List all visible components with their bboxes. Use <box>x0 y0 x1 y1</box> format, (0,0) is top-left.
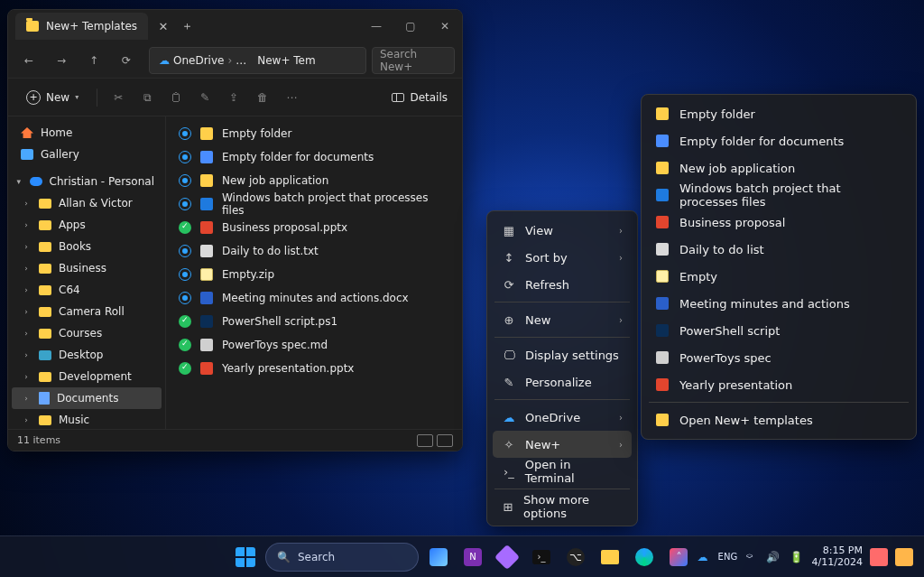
close-button[interactable]: ✕ <box>428 10 462 42</box>
submenu-item[interactable]: Yearly presentation <box>647 371 910 398</box>
language-indicator[interactable]: ENG <box>718 552 735 562</box>
menu-display-settings[interactable]: 🖵 Display settings <box>493 341 632 368</box>
search-input[interactable]: Search New+ <box>372 47 455 74</box>
submenu-item[interactable]: New job application <box>647 154 910 181</box>
menu-new[interactable]: ⊕ New › <box>493 306 632 333</box>
file-row[interactable]: Empty.zip <box>171 263 457 286</box>
sidebar-item[interactable]: ›Camera Roll <box>12 301 162 322</box>
app-github[interactable]: ⌥ <box>561 543 590 572</box>
tray-overflow-button[interactable]: ˄ <box>671 551 688 563</box>
file-name: Meeting minutes and actions.docx <box>222 292 409 304</box>
rename-button[interactable]: ✎ <box>193 86 217 109</box>
view-icons-toggle[interactable] <box>437 434 453 447</box>
menu-newplus[interactable]: ✧ New+ › <box>493 431 632 458</box>
maximize-button[interactable]: ▢ <box>393 10 428 42</box>
sidebar-item[interactable]: ›C64 <box>12 279 162 301</box>
file-row[interactable]: PowerShell script.ps1 <box>171 310 457 333</box>
sidebar-item-label: Apps <box>59 219 86 231</box>
submenu-item[interactable]: Meeting minutes and actions <box>647 290 910 317</box>
menu-onedrive[interactable]: ☁ OneDrive › <box>493 404 632 431</box>
minimize-button[interactable]: — <box>359 10 393 42</box>
new-tab-button[interactable]: ＋ <box>175 18 199 34</box>
sidebar-account[interactable]: ▾ Christian - Personal <box>12 171 162 192</box>
volume-icon[interactable]: 🔊 <box>765 551 781 563</box>
copy-button[interactable]: ⧉ <box>135 86 159 109</box>
file-pane[interactable]: Empty folderEmpty folder for documentsNe… <box>166 116 462 451</box>
submenu-item[interactable]: Empty <box>647 263 910 290</box>
tray-app-icon[interactable] <box>895 548 913 566</box>
taskbar-clock[interactable]: 8:15 PM 4/11/2024 <box>812 545 863 568</box>
back-button[interactable]: ← <box>15 47 42 74</box>
menu-terminal[interactable]: ›_ Open in Terminal <box>493 458 632 485</box>
file-row[interactable]: Business proposal.pptx <box>171 216 457 239</box>
submenu-item[interactable]: Empty folder <box>647 100 910 127</box>
sidebar-gallery[interactable]: Gallery <box>12 144 162 165</box>
submenu-item[interactable]: Empty folder for documents <box>647 127 910 154</box>
battery-icon[interactable]: 🔋 <box>789 551 805 563</box>
file-row[interactable]: Yearly presentation.pptx <box>171 357 457 380</box>
window-tab[interactable]: New+ Templates <box>15 13 148 40</box>
submenu-item[interactable]: PowerShell script <box>647 317 910 344</box>
submenu-open-templates[interactable]: Open New+ templates <box>647 406 910 433</box>
sidebar-item[interactable]: ›Courses <box>12 322 162 344</box>
file-row[interactable]: Empty folder <box>171 122 457 145</box>
file-row[interactable]: Daily to do list.txt <box>171 239 457 263</box>
app-terminal[interactable]: ›_ <box>527 543 556 572</box>
more-button[interactable]: ⋯ <box>280 86 303 109</box>
delete-button[interactable]: 🗑︎ <box>251 86 274 109</box>
new-button[interactable]: + New ▾ <box>17 85 88 110</box>
view-details-toggle[interactable] <box>417 434 433 447</box>
breadcrumb[interactable]: ☁ OneDrive › … New+ Tem <box>149 47 366 74</box>
sidebar-item[interactable]: ›Business <box>12 257 162 279</box>
submenu-item[interactable]: Business proposal <box>647 209 910 236</box>
sidebar-item[interactable]: ›Development <box>12 366 162 387</box>
sidebar-home[interactable]: Home <box>12 122 162 144</box>
file-row[interactable]: New job application <box>171 169 457 192</box>
notification-badge[interactable] <box>870 548 888 566</box>
folder-icon <box>656 414 669 426</box>
start-button[interactable] <box>231 543 260 572</box>
menu-view[interactable]: ▦ View › <box>493 217 632 244</box>
menu-sort[interactable]: ↕ Sort by › <box>493 244 632 271</box>
share-button[interactable]: ⇪ <box>222 86 245 109</box>
sidebar-item[interactable]: ›Music <box>12 409 162 431</box>
app-onenote[interactable]: N <box>458 543 487 572</box>
sidebar-item[interactable]: ›Books <box>12 236 162 257</box>
forward-button[interactable]: → <box>48 47 75 74</box>
menu-personalize[interactable]: ✎ Personalize <box>493 368 632 396</box>
submenu-item[interactable]: PowerToys spec <box>647 344 910 371</box>
paste-button[interactable]: 📋︎ <box>164 86 188 109</box>
tab-close-button[interactable]: ✕ <box>152 20 175 33</box>
cut-button[interactable]: ✂ <box>106 86 130 109</box>
menu-more-options[interactable]: ⊞ Show more options <box>493 493 632 520</box>
app-edge[interactable] <box>630 543 659 572</box>
crumb-current[interactable]: New+ Tem <box>257 54 315 67</box>
app-explorer[interactable] <box>596 543 624 572</box>
task-view-button[interactable] <box>424 543 453 572</box>
refresh-button[interactable]: ⟳ <box>113 47 140 74</box>
file-row[interactable]: Empty folder for documents <box>171 145 457 169</box>
titlebar[interactable]: New+ Templates ✕ ＋ — ▢ ✕ <box>8 10 462 42</box>
file-row[interactable]: PowerToys spec.md <box>171 333 457 357</box>
folder-icon <box>39 199 51 209</box>
onedrive-tray-icon[interactable]: ☁ <box>695 551 711 563</box>
menu-refresh[interactable]: ⟳ Refresh <box>493 271 632 298</box>
app-visualstudio[interactable] <box>493 543 522 572</box>
system-tray: ˄ ☁ ENG ⌔ 🔊 🔋 8:15 PM 4/11/2024 <box>671 536 919 577</box>
file-icon <box>200 245 213 257</box>
sidebar-item[interactable]: ›Desktop <box>12 344 162 366</box>
file-row[interactable]: Meeting minutes and actions.docx <box>171 286 457 310</box>
up-button[interactable]: ↑ <box>80 47 107 74</box>
crumb-dots[interactable]: … <box>236 54 246 67</box>
sidebar-item[interactable]: ›Allan & Victor <box>12 192 162 214</box>
submenu-item[interactable]: Daily to do list <box>647 236 910 263</box>
sidebar-item[interactable]: ›Documents <box>12 387 162 409</box>
wifi-icon[interactable]: ⌔ <box>742 551 758 563</box>
folder-icon <box>39 415 51 425</box>
crumb-root[interactable]: OneDrive <box>173 54 224 67</box>
file-row[interactable]: Windows batch project that processes fil… <box>171 192 457 216</box>
details-view-button[interactable]: Details <box>386 85 453 110</box>
taskbar-search[interactable]: 🔍 Search <box>265 543 419 572</box>
sidebar-item[interactable]: ›Apps <box>12 214 162 236</box>
submenu-item[interactable]: Windows batch project that processes fil… <box>647 181 910 209</box>
